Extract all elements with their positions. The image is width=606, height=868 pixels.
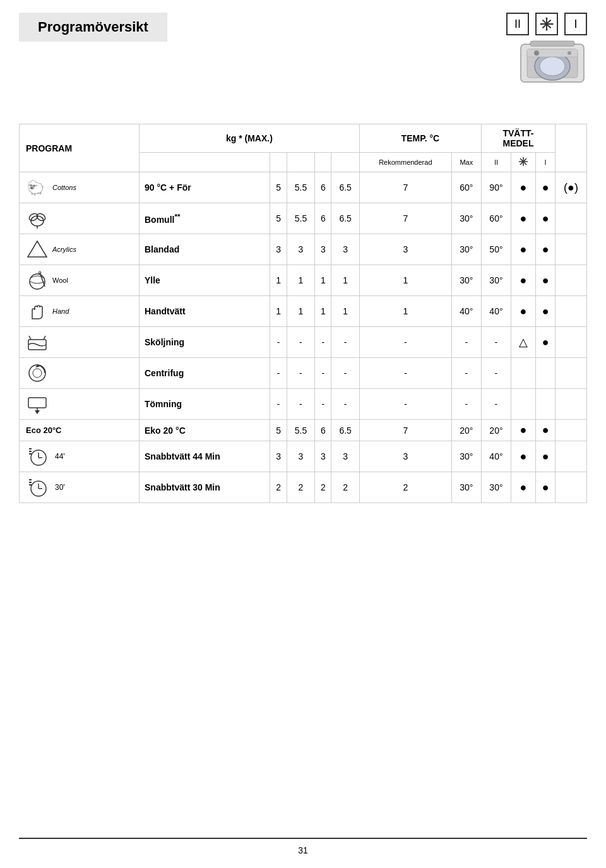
kg-val-4-0: 1 bbox=[270, 296, 287, 327]
temp-rec-2: 30° bbox=[451, 234, 481, 265]
kg-val-9-1: 3 bbox=[287, 441, 314, 472]
svg-line-30 bbox=[29, 336, 31, 340]
program-name-6: Centrifug bbox=[140, 358, 270, 389]
kg-col-3 bbox=[287, 153, 314, 172]
wash-3-5 bbox=[556, 327, 587, 358]
wash-1-4: ● bbox=[511, 296, 536, 327]
kg-val-10-1: 2 bbox=[287, 472, 314, 503]
table-header: PROGRAM kg * (MAX.) TEMP. °C TVÄTT-MEDEL bbox=[20, 124, 587, 153]
program-name-1: Bomull** bbox=[140, 203, 270, 234]
wash-3-4 bbox=[556, 296, 587, 327]
kg-val-3-2: 1 bbox=[315, 265, 331, 296]
program-cell-9: 44' bbox=[20, 441, 140, 472]
col-program: PROGRAM bbox=[20, 124, 140, 172]
kg-val-0-4: 7 bbox=[359, 172, 451, 203]
svg-point-11 bbox=[540, 57, 565, 76]
wash-2-1: ● bbox=[536, 203, 556, 234]
svg-point-14 bbox=[567, 51, 571, 55]
svg-rect-15 bbox=[530, 41, 574, 46]
kg-col-2 bbox=[270, 153, 287, 172]
wash-1-10: ● bbox=[511, 472, 536, 503]
svg-marker-25 bbox=[28, 241, 47, 257]
program-name-8: Eko 20 °C bbox=[140, 420, 270, 441]
wash-3-10 bbox=[556, 472, 587, 503]
program-name-3: Ylle bbox=[140, 265, 270, 296]
temp-max-8: 20° bbox=[481, 420, 511, 441]
wash-icon-snowflake bbox=[511, 153, 536, 172]
program-cell-5 bbox=[20, 327, 140, 358]
table-row: Tömning------- bbox=[20, 389, 587, 420]
kg-val-2-1: 3 bbox=[287, 234, 314, 265]
program-cell-2: Acrylics bbox=[20, 234, 140, 265]
table-row: Eco 20°CEko 20 °C55.566.5720°20°●● bbox=[20, 420, 587, 441]
svg-point-33 bbox=[33, 369, 42, 378]
kg-val-0-2: 6 bbox=[315, 172, 331, 203]
table-row: Sköljning-------△● bbox=[20, 327, 587, 358]
temp-rec-header: Rekommenderad bbox=[359, 153, 451, 172]
kg-val-5-0: - bbox=[270, 327, 287, 358]
kg-val-2-4: 3 bbox=[359, 234, 451, 265]
temp-rec-9: 30° bbox=[451, 441, 481, 472]
page-title: Programöversikt bbox=[19, 13, 167, 42]
kg-val-0-3: 6.5 bbox=[331, 172, 359, 203]
svg-point-7 bbox=[552, 23, 554, 25]
table-row: Centrifug------- bbox=[20, 358, 587, 389]
kg-val-7-0: - bbox=[270, 389, 287, 420]
kg-val-0-0: 5 bbox=[270, 172, 287, 203]
wash-2-7 bbox=[536, 389, 556, 420]
page-number: 31 bbox=[298, 845, 308, 855]
wash-2-9: ● bbox=[536, 441, 556, 472]
kg-val-1-1: 5.5 bbox=[287, 203, 314, 234]
temp-rec-7: - bbox=[451, 389, 481, 420]
temp-rec-5: - bbox=[451, 327, 481, 358]
wash-3-8 bbox=[556, 420, 587, 441]
temp-max-2: 50° bbox=[481, 234, 511, 265]
kg-col-1 bbox=[140, 153, 270, 172]
wash-3-6 bbox=[556, 358, 587, 389]
temp-rec-1: 30° bbox=[451, 203, 481, 234]
kg-val-10-3: 2 bbox=[331, 472, 359, 503]
table-row: 🐑 Cottons90 °C + För55.566.5760°90°●●(●) bbox=[20, 172, 587, 203]
temp-max-5: - bbox=[481, 327, 511, 358]
temp-max-header: Max bbox=[451, 153, 481, 172]
wash-2-2: ● bbox=[536, 234, 556, 265]
wash-1-2: ● bbox=[511, 234, 536, 265]
wash-1-0: ● bbox=[511, 172, 536, 203]
kg-val-4-3: 1 bbox=[331, 296, 359, 327]
temp-rec-8: 20° bbox=[451, 420, 481, 441]
program-name-0: 90 °C + För bbox=[140, 172, 270, 203]
kg-val-9-3: 3 bbox=[331, 441, 359, 472]
program-cell-3: Wool bbox=[20, 265, 140, 296]
svg-text:🐑: 🐑 bbox=[27, 179, 45, 196]
wash-1-1: ● bbox=[511, 203, 536, 234]
table-row: Bomull**55.566.5730°60°●● bbox=[20, 203, 587, 234]
kg-val-9-2: 3 bbox=[315, 441, 331, 472]
wash-1-8: ● bbox=[511, 420, 536, 441]
temp-rec-4: 40° bbox=[451, 296, 481, 327]
appliance-image bbox=[518, 38, 587, 88]
wash-1-3: ● bbox=[511, 265, 536, 296]
temp-max-4: 40° bbox=[481, 296, 511, 327]
svg-rect-35 bbox=[28, 398, 46, 408]
program-name-5: Sköljning bbox=[140, 327, 270, 358]
temp-max-1: 60° bbox=[481, 203, 511, 234]
program-cell-6 bbox=[20, 358, 140, 389]
program-name-10: Snabbtvätt 30 Min bbox=[140, 472, 270, 503]
kg-val-4-2: 1 bbox=[315, 296, 331, 327]
kg-val-8-4: 7 bbox=[359, 420, 451, 441]
wash-2-5: ● bbox=[536, 327, 556, 358]
col-tvatt-header: TVÄTT-MEDEL bbox=[481, 124, 555, 153]
temp-rec-0: 60° bbox=[451, 172, 481, 203]
table-row: 44'Snabbtvätt 44 Min3333330°40°●● bbox=[20, 441, 587, 472]
temp-rec-3: 30° bbox=[451, 265, 481, 296]
kg-val-2-2: 3 bbox=[315, 234, 331, 265]
kg-val-3-4: 1 bbox=[359, 265, 451, 296]
kg-val-7-3: - bbox=[331, 389, 359, 420]
kg-val-7-2: - bbox=[315, 389, 331, 420]
program-cell-10: 30' bbox=[20, 472, 140, 503]
kg-val-10-2: 2 bbox=[315, 472, 331, 503]
kg-val-4-4: 1 bbox=[359, 296, 451, 327]
kg-val-2-0: 3 bbox=[270, 234, 287, 265]
wash-2-8: ● bbox=[536, 420, 556, 441]
kg-val-6-3: - bbox=[331, 358, 359, 389]
